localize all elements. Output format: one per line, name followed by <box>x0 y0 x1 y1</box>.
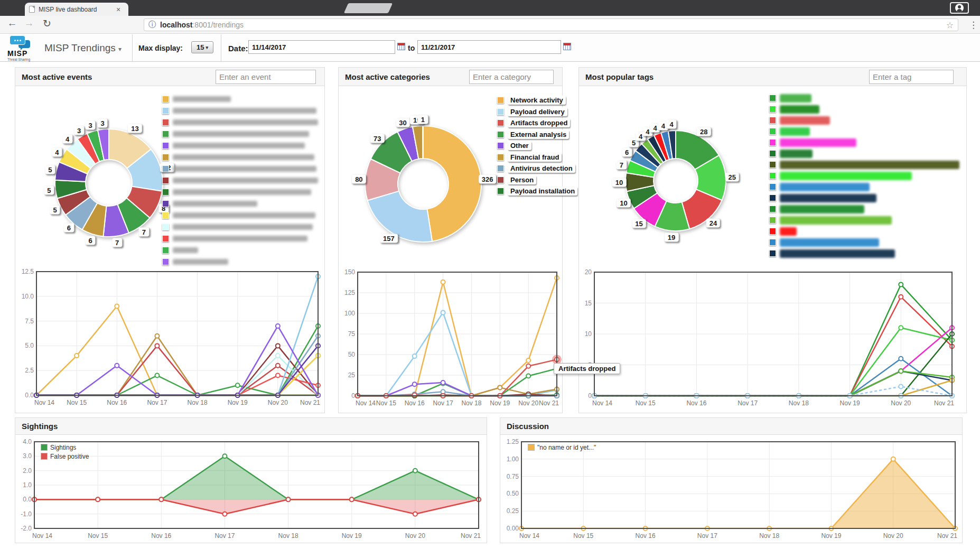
tab-close-icon[interactable]: × <box>116 6 120 13</box>
legend-color-swatch <box>769 139 776 146</box>
svg-text:0.0: 0.0 <box>25 392 34 399</box>
dragged-tab-shape <box>344 3 393 13</box>
svg-text:Nov 14: Nov 14 <box>34 399 54 406</box>
tag-search-input[interactable] <box>869 70 954 84</box>
tags-legend-item <box>769 95 959 101</box>
legend-color-swatch <box>769 228 776 235</box>
legend-color-swatch <box>162 131 169 137</box>
data-point <box>222 512 227 516</box>
forward-button[interactable]: → <box>22 17 36 29</box>
events-donut-chart: 13128776655544333 <box>15 87 180 264</box>
svg-text:150: 150 <box>344 268 355 276</box>
max-display-select[interactable]: 15▾ <box>191 41 213 53</box>
calendar-icon[interactable] <box>397 43 405 50</box>
svg-text:-2.0: -2.0 <box>21 525 32 532</box>
legend-color-swatch <box>769 239 776 246</box>
legend-color-swatch <box>769 183 776 190</box>
artifacts-dropped-tooltip: Artifacts dropped <box>554 363 620 374</box>
discussion-chart-legend: "no name or id yet..." <box>528 444 596 453</box>
donut-value-chip: 4 <box>666 120 676 129</box>
reload-button[interactable]: ↻ <box>40 17 54 30</box>
legend-color-swatch <box>162 224 169 230</box>
legend-color-swatch <box>162 96 169 103</box>
panel-title: Discussion <box>507 422 549 431</box>
donut-value-chip: 28 <box>697 127 711 136</box>
donut-slice <box>423 126 423 159</box>
app-title-dropdown[interactable]: MISP Trendings ▾ <box>44 42 122 54</box>
svg-text:100: 100 <box>344 310 355 317</box>
svg-text:Nov 15: Nov 15 <box>636 399 656 407</box>
bookmark-star-icon[interactable]: ☆ <box>946 20 954 30</box>
date-from-input[interactable] <box>248 40 395 54</box>
svg-text:Nov 15: Nov 15 <box>376 399 396 407</box>
back-button[interactable]: ← <box>5 17 19 29</box>
sightings-legend-item: False positive <box>41 453 89 460</box>
legend-label: False positive <box>50 453 89 460</box>
browser-tab[interactable]: MISP live dashboard × <box>25 3 128 16</box>
data-point <box>115 364 119 368</box>
category-legend-label: Payload delivery <box>508 107 567 116</box>
donut-value-chip: 73 <box>370 134 384 143</box>
blurred-event-name <box>173 119 318 125</box>
events-legend-item <box>162 165 318 172</box>
svg-text:Nov 19: Nov 19 <box>342 532 362 540</box>
svg-text:Nov 18: Nov 18 <box>188 399 208 406</box>
url-text: localhost:8001/trendings <box>160 21 942 29</box>
events-legend-item <box>162 212 318 219</box>
event-search-input[interactable] <box>216 70 316 84</box>
logo-subtext: Threat Sharing <box>7 58 39 61</box>
page-info-icon[interactable]: ⓘ <box>148 20 156 30</box>
page-favicon-icon <box>29 6 35 13</box>
data-point <box>899 326 903 330</box>
events-donut-svg <box>15 87 180 264</box>
events-line-chart: 12.510.07.55.02.50.0Nov 14Nov 15Nov 16No… <box>17 267 323 408</box>
legend-color-swatch <box>162 154 169 161</box>
legend-label: "no name or id yet..." <box>537 444 596 451</box>
app-header: MISP Threat Sharing MISP Trendings ▾ Max… <box>0 34 980 62</box>
date-to-input[interactable] <box>417 40 561 54</box>
svg-text:1.25: 1.25 <box>507 438 519 445</box>
svg-text:Nov 15: Nov 15 <box>67 399 87 406</box>
donut-value-chip: 3 <box>74 126 84 135</box>
legend-color-swatch <box>769 250 776 257</box>
svg-text:Nov 21: Nov 21 <box>539 399 559 407</box>
blurred-event-name <box>173 154 314 160</box>
blurred-tag-pill <box>780 172 912 180</box>
svg-text:Nov 20: Nov 20 <box>518 399 538 407</box>
url-host: localhost <box>160 21 192 29</box>
data-point <box>891 457 895 461</box>
categories-legend-item: Antivirus detection <box>497 165 577 172</box>
url-path: :8001/trendings <box>192 21 244 29</box>
legend-color-swatch <box>162 107 169 114</box>
legend-color-swatch <box>497 131 504 138</box>
data-point <box>899 295 903 299</box>
donut-value-chip: 30 <box>396 118 409 127</box>
category-search-input[interactable] <box>469 70 554 84</box>
calendar-icon[interactable] <box>563 43 571 50</box>
svg-text:0.00: 0.00 <box>507 525 519 532</box>
svg-text:Nov 20: Nov 20 <box>268 399 288 406</box>
legend-color-swatch <box>769 150 776 157</box>
url-bar[interactable]: ⓘ localhost:8001/trendings ☆ <box>144 18 958 31</box>
data-point <box>276 374 280 378</box>
events-line-svg: 12.510.07.55.02.50.0Nov 14Nov 15Nov 16No… <box>17 267 323 408</box>
svg-text:0.50: 0.50 <box>507 490 519 497</box>
legend-color-swatch <box>769 106 776 113</box>
blurred-event-name <box>173 259 228 265</box>
data-point <box>441 310 445 314</box>
donut-value-chip: 326 <box>479 174 497 183</box>
blurred-event-name <box>173 143 305 148</box>
legend-color-swatch <box>769 206 776 212</box>
blurred-tag-pill <box>780 183 870 191</box>
donut-value-chip: 3 <box>98 118 108 127</box>
discussion-area-chart: "no name or id yet..." 1.251.000.750.500… <box>502 438 960 541</box>
legend-color-swatch <box>162 212 169 219</box>
browser-profile-button[interactable] <box>950 2 969 14</box>
legend-color-swatch <box>497 142 504 149</box>
blurred-event-name <box>173 166 316 172</box>
blurred-tag-pill <box>780 94 811 103</box>
browser-menu-icon[interactable]: ⋮ <box>969 20 978 31</box>
logo-text: MISP <box>7 49 39 58</box>
donut-value-chip: 6 <box>64 224 74 232</box>
svg-text:Nov 21: Nov 21 <box>934 399 954 407</box>
